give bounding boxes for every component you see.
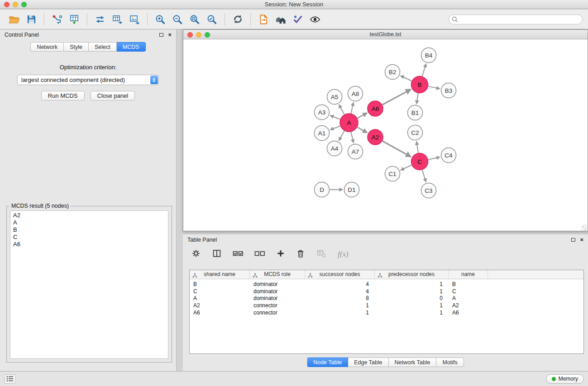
column-header-shared-name[interactable]: shared name <box>190 270 250 279</box>
node-B3[interactable]: B3 <box>441 83 456 98</box>
delete-row-button[interactable] <box>296 248 305 260</box>
validate-style-button[interactable] <box>291 12 305 27</box>
node-D[interactable]: D <box>315 182 330 197</box>
edge-C-C3[interactable] <box>422 170 426 182</box>
result-item[interactable]: A2 <box>13 212 165 219</box>
network-svg[interactable]: B4B2BB3A5A8A6A3B1AA1C2A2A4A7C4CC1C3DD1 <box>183 40 588 231</box>
float-panel-icon[interactable] <box>159 33 163 37</box>
node-B2[interactable]: B2 <box>385 65 400 80</box>
edge-A-A6[interactable] <box>358 113 368 118</box>
node-A2[interactable]: A2 <box>368 129 383 145</box>
edge-A-A1[interactable] <box>330 126 340 130</box>
zoom-in-button[interactable] <box>153 12 167 27</box>
tab-motifs[interactable]: Motifs <box>436 357 464 367</box>
table-row[interactable]: A6connector11A6 <box>190 309 583 316</box>
export-image-button[interactable] <box>127 12 142 27</box>
edge-B-B2[interactable] <box>401 76 412 81</box>
edge-A2-C[interactable] <box>382 141 411 157</box>
node-A[interactable]: A <box>340 114 358 132</box>
import-table-button[interactable] <box>110 12 124 27</box>
memory-button[interactable]: Memory <box>546 374 584 384</box>
network-maximize-button[interactable] <box>205 32 210 38</box>
show-hide-details-button[interactable] <box>308 12 322 27</box>
edge-A-A2[interactable] <box>357 127 367 133</box>
edge-A-A5[interactable] <box>339 105 344 114</box>
node-C1[interactable]: C1 <box>385 167 400 181</box>
edge-A-A3[interactable] <box>330 115 340 119</box>
column-header-predecessor-nodes[interactable]: predecessor nodes <box>375 270 449 279</box>
save-session-button[interactable] <box>24 12 38 27</box>
run-mcds-button[interactable]: Run MCDS <box>41 91 85 100</box>
close-panel-button[interactable]: Close panel <box>91 91 135 100</box>
delete-table-button[interactable] <box>316 248 327 260</box>
table-row[interactable]: A2connector11A2 <box>190 302 583 309</box>
node-A8[interactable]: A8 <box>348 86 363 101</box>
mcds-result-list[interactable]: A2ABCA6 <box>10 210 168 359</box>
criterion-dropdown[interactable]: largest connected component (directed) <box>17 75 159 85</box>
tab-node-table[interactable]: Node Table <box>307 357 348 367</box>
edge-B-B1[interactable] <box>416 93 418 104</box>
import-network-from-file-button[interactable] <box>50 12 64 27</box>
close-panel-icon[interactable]: × <box>168 33 172 37</box>
edge-B-B4[interactable] <box>422 64 426 76</box>
node-A3[interactable]: A3 <box>315 105 330 120</box>
first-neighbors-button[interactable] <box>273 12 288 27</box>
node-A1[interactable]: A1 <box>315 126 330 141</box>
network-canvas[interactable]: B4B2BB3A5A8A6A3B1AA1C2A2A4A7C4CC1C3DD1 <box>183 40 588 231</box>
result-item[interactable]: B <box>13 226 165 234</box>
node-C2[interactable]: C2 <box>408 125 423 140</box>
result-item[interactable]: C <box>13 234 165 241</box>
open-file-button[interactable] <box>7 12 21 27</box>
search-input[interactable] <box>449 14 583 24</box>
edge-C-C4[interactable] <box>428 157 440 160</box>
edge-C-C1[interactable] <box>401 165 411 170</box>
node-A7[interactable]: A7 <box>348 144 363 159</box>
edge-A-A7[interactable] <box>351 132 353 143</box>
edge-A-A4[interactable] <box>339 131 344 141</box>
node-D1[interactable]: D1 <box>344 182 359 197</box>
column-header-name[interactable]: name <box>449 270 488 279</box>
edge-B-B3[interactable] <box>428 86 440 89</box>
zoom-out-button[interactable] <box>170 12 185 27</box>
select-all-button[interactable] <box>233 249 244 259</box>
network-minimize-button[interactable] <box>196 32 201 38</box>
import-table-from-file-button[interactable] <box>67 12 81 27</box>
zoom-fit-button[interactable] <box>187 12 202 27</box>
column-header-mcds-role[interactable]: MCDS role <box>250 270 305 279</box>
table-row[interactable]: Adominator80A <box>190 295 583 302</box>
table-row[interactable]: Bdominator41B <box>190 281 583 288</box>
import-network-button[interactable] <box>93 12 107 27</box>
function-builder-button[interactable]: f(x) <box>338 250 349 259</box>
resize-grip[interactable] <box>582 225 587 230</box>
tab-network[interactable]: Network <box>30 42 64 52</box>
add-row-button[interactable] <box>276 249 285 260</box>
maximize-window-button[interactable] <box>21 2 27 7</box>
node-A6[interactable]: A6 <box>368 101 383 116</box>
node-C[interactable]: C <box>411 153 428 170</box>
open-document-button[interactable] <box>256 12 271 27</box>
table-options-button[interactable] <box>191 248 201 260</box>
edge-C-C2[interactable] <box>416 141 418 152</box>
node-B[interactable]: B <box>411 76 428 93</box>
zoom-selected-button[interactable] <box>205 12 219 27</box>
result-item[interactable]: A <box>13 219 165 226</box>
node-C3[interactable]: C3 <box>421 183 436 198</box>
float-table-panel-icon[interactable] <box>571 238 575 242</box>
tab-edge-table[interactable]: Edge Table <box>348 357 388 367</box>
tab-select[interactable]: Select <box>89 42 117 52</box>
node-A5[interactable]: A5 <box>327 90 342 105</box>
tab-network-table[interactable]: Network Table <box>389 357 437 367</box>
task-history-button[interactable] <box>4 374 16 384</box>
edge-A6-B[interactable] <box>382 89 411 105</box>
node-B4[interactable]: B4 <box>421 48 436 63</box>
close-window-button[interactable] <box>4 2 10 7</box>
minimize-window-button[interactable] <box>13 2 18 7</box>
node-A4[interactable]: A4 <box>327 141 342 156</box>
table-row[interactable]: Cdominator41C <box>190 288 583 295</box>
node-B1[interactable]: B1 <box>408 105 423 120</box>
column-header-successor-nodes[interactable]: successor nodes <box>305 270 375 279</box>
network-window-titlebar[interactable]: testGlobe.txt <box>183 30 588 39</box>
apply-layout-button[interactable] <box>230 12 245 27</box>
edge-A-A8[interactable] <box>351 102 353 113</box>
show-columns-button[interactable] <box>212 248 222 260</box>
